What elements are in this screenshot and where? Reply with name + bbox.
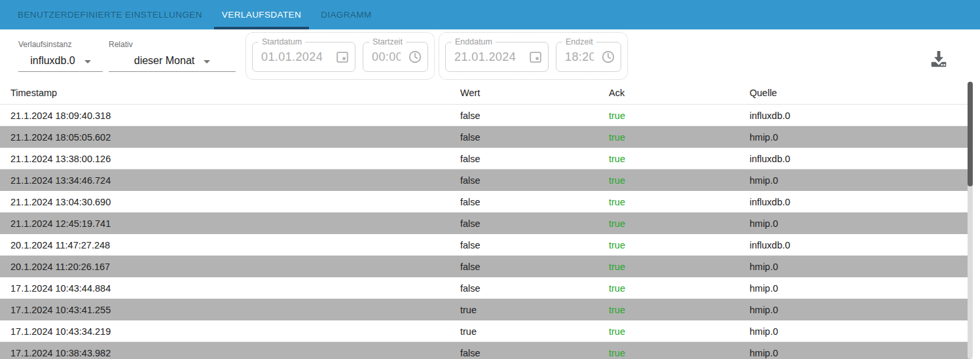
- cell-ack: true: [609, 305, 750, 315]
- table-row: 20.1.2024 11:20:26.167 false true hmip.0: [0, 256, 971, 277]
- cell-ack: true: [609, 132, 750, 143]
- tab-verlaufsdaten[interactable]: VERLAUFSDATEN: [214, 0, 309, 29]
- column-header-ack: Ack: [609, 88, 750, 98]
- cell-ack: true: [609, 262, 750, 272]
- cell-wert: true: [460, 326, 609, 337]
- cell-wert: false: [460, 154, 609, 164]
- instance-select-label: Verlaufsinstanz: [18, 40, 103, 50]
- calendar-icon[interactable]: [335, 50, 350, 64]
- column-header-quelle: Quelle: [750, 88, 971, 98]
- cell-quelle: hmip.0: [750, 218, 971, 229]
- end-time-value: 18:20: [556, 50, 594, 64]
- vertical-scrollbar[interactable]: [968, 82, 973, 359]
- cell-timestamp: 17.1.2024 10:43:44.884: [10, 283, 460, 294]
- table-row: 21.1.2024 18:05:05.602 false true hmip.0: [0, 126, 971, 148]
- start-time-field[interactable]: Startzeit 00:00: [363, 42, 428, 72]
- table-row: 21.1.2024 12:45:19.741 false true hmip.0: [0, 213, 971, 234]
- start-date-label: Startdatum: [259, 37, 305, 46]
- end-date-value: 21.01.2024: [446, 50, 516, 64]
- tab-benutzerdefinierte-einstellungen[interactable]: BENUTZERDEFINIERTE EINSTELLUNGEN: [10, 0, 210, 29]
- download-button[interactable]: [928, 48, 950, 70]
- cell-quelle: influxdb.0: [750, 111, 971, 121]
- table-row: 17.1.2024 10:43:41.255 true true hmip.0: [0, 299, 971, 320]
- history-table-header: Timestamp Wert Ack Quelle: [0, 82, 971, 105]
- cell-quelle: hmip.0: [750, 262, 971, 272]
- cell-ack: true: [609, 154, 750, 164]
- instance-select-value: influxdb.0: [30, 55, 75, 67]
- cell-ack: true: [609, 240, 750, 250]
- cell-wert: false: [460, 348, 609, 358]
- relative-select-label: Relativ: [109, 40, 236, 50]
- cell-timestamp: 20.1.2024 11:20:26.167: [10, 262, 460, 272]
- cell-quelle: influxdb.0: [750, 240, 971, 250]
- table-row: 17.1.2024 10:38:43.982 false true hmip.0: [0, 342, 971, 359]
- cell-ack: true: [609, 111, 750, 121]
- table-row: 20.1.2024 11:47:27.248 false true influx…: [0, 234, 971, 256]
- start-datetime-group: Startdatum 01.01.2024 Startzeit 00:00: [245, 32, 435, 80]
- table-row: 21.1.2024 13:34:46.724 false true hmip.0: [0, 169, 971, 191]
- cell-timestamp: 21.1.2024 13:34:46.724: [10, 175, 460, 186]
- scrollbar-thumb[interactable]: [968, 82, 973, 186]
- cell-timestamp: 21.1.2024 13:38:00.126: [10, 154, 460, 164]
- column-header-wert: Wert: [460, 88, 609, 98]
- end-date-label: Enddatum: [452, 37, 496, 46]
- cell-quelle: hmip.0: [750, 132, 971, 143]
- cell-timestamp: 21.1.2024 18:09:40.318: [10, 111, 460, 121]
- relative-select[interactable]: Relativ dieser Monat: [109, 40, 236, 72]
- cell-quelle: hmip.0: [750, 305, 971, 315]
- history-controls: Verlaufsinstanz influxdb.0 Relativ diese…: [0, 29, 980, 82]
- cell-ack: true: [609, 326, 750, 337]
- cell-ack: true: [609, 218, 750, 229]
- calendar-icon[interactable]: [528, 50, 543, 64]
- cell-wert: false: [460, 132, 609, 143]
- download-icon: [928, 48, 949, 69]
- cell-timestamp: 21.1.2024 13:04:30.690: [10, 197, 460, 207]
- cell-wert: false: [460, 262, 609, 272]
- end-time-field[interactable]: Endzeit 18:20: [556, 42, 621, 72]
- cell-timestamp: 20.1.2024 11:47:27.248: [10, 240, 460, 250]
- start-time-label: Startzeit: [369, 37, 406, 46]
- cell-quelle: influxdb.0: [750, 197, 971, 207]
- start-date-field[interactable]: Startdatum 01.01.2024: [252, 42, 355, 72]
- column-header-timestamp: Timestamp: [10, 88, 460, 98]
- cell-ack: true: [609, 197, 750, 207]
- cell-wert: true: [460, 305, 609, 315]
- cell-ack: true: [609, 175, 750, 186]
- cell-ack: true: [609, 348, 750, 358]
- instance-select[interactable]: Verlaufsinstanz influxdb.0: [18, 40, 103, 72]
- end-time-label: Endzeit: [562, 37, 596, 46]
- cell-wert: false: [460, 240, 609, 250]
- chevron-down-icon: [84, 60, 91, 63]
- cell-timestamp: 21.1.2024 18:05:05.602: [10, 132, 460, 143]
- table-row: 21.1.2024 13:04:30.690 false true influx…: [0, 191, 971, 213]
- cell-quelle: hmip.0: [750, 326, 971, 337]
- tab-bar: BENUTZERDEFINIERTE EINSTELLUNGEN VERLAUF…: [0, 0, 980, 29]
- cell-timestamp: 21.1.2024 12:45:19.741: [10, 218, 460, 229]
- cell-quelle: hmip.0: [750, 348, 971, 358]
- table-row: 17.1.2024 10:43:34.219 true true hmip.0: [0, 320, 971, 342]
- chevron-down-icon: [204, 60, 210, 63]
- history-table: Timestamp Wert Ack Quelle 21.1.2024 18:0…: [0, 82, 971, 359]
- table-row: 17.1.2024 10:43:44.884 false true hmip.0: [0, 277, 971, 299]
- cell-ack: true: [609, 283, 750, 294]
- start-date-value: 01.01.2024: [253, 50, 323, 64]
- clock-icon[interactable]: [408, 50, 422, 64]
- cell-wert: false: [460, 283, 609, 294]
- cell-timestamp: 17.1.2024 10:43:41.255: [10, 305, 460, 315]
- history-table-body: 21.1.2024 18:09:40.318 false true influx…: [0, 105, 971, 359]
- table-row: 21.1.2024 13:38:00.126 false true influx…: [0, 148, 971, 169]
- end-datetime-group: Enddatum 21.01.2024 Endzeit 18:20: [439, 32, 628, 80]
- end-date-field[interactable]: Enddatum 21.01.2024: [445, 42, 549, 72]
- clock-icon[interactable]: [601, 50, 615, 64]
- cell-wert: false: [460, 175, 609, 186]
- relative-select-value: dieser Monat: [134, 55, 195, 67]
- cell-wert: false: [460, 111, 609, 121]
- table-row: 21.1.2024 18:09:40.318 false true influx…: [0, 105, 971, 126]
- start-time-value: 00:00: [363, 50, 401, 64]
- cell-quelle: hmip.0: [750, 175, 971, 186]
- tab-diagramm[interactable]: DIAGRAMM: [313, 0, 379, 29]
- cell-timestamp: 17.1.2024 10:38:43.982: [10, 348, 460, 358]
- cell-timestamp: 17.1.2024 10:43:34.219: [10, 326, 460, 337]
- cell-quelle: hmip.0: [750, 283, 971, 294]
- cell-wert: false: [460, 218, 609, 229]
